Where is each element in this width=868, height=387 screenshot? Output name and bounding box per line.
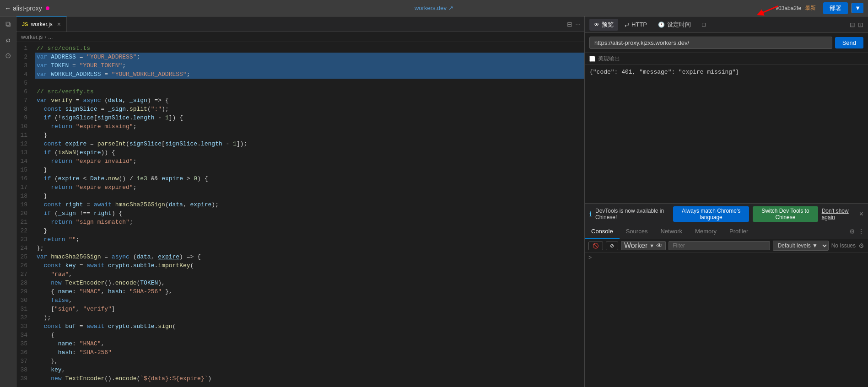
console-tab-network-label: Network bbox=[660, 228, 682, 235]
code-line-38: 38 key, bbox=[16, 366, 584, 374]
code-line-8: 8 const signSlice = _sign.split(":"); bbox=[16, 105, 584, 113]
code-line-1: 1 // src/const.ts bbox=[16, 44, 584, 53]
code-line-11: 11 } bbox=[16, 131, 584, 140]
code-line-10: 10 return "expire missing"; bbox=[16, 122, 584, 131]
code-line-32: 32 ); bbox=[16, 313, 584, 322]
external-link-icon: ↗ bbox=[448, 5, 453, 11]
breadcrumb-file: worker.js bbox=[21, 34, 43, 40]
tab-worker-js[interactable]: JS worker.js × bbox=[16, 16, 67, 32]
top-bar-right: v03aba2fe 最新 部署 ▼ bbox=[577, 2, 863, 14]
right-panel: 👁 预览 ⇄ HTTP 🕐 设定时间 □ ⊟ ⊡ Send bbox=[584, 16, 868, 387]
console-filter-button[interactable]: ⊘ bbox=[606, 242, 618, 250]
notification-close-button[interactable]: × bbox=[859, 210, 863, 218]
code-line-27: 27 "raw", bbox=[16, 270, 584, 279]
worker-dropdown-button[interactable]: ▼ bbox=[649, 243, 654, 248]
console-tab-memory[interactable]: Memory bbox=[689, 225, 723, 239]
issues-settings-button[interactable]: ⚙ bbox=[858, 242, 864, 249]
send-button[interactable]: Send bbox=[835, 37, 863, 48]
split-editor-button[interactable]: ⊟ bbox=[567, 21, 572, 28]
rp-toolbar: 👁 预览 ⇄ HTTP 🕐 设定时间 □ ⊟ ⊡ bbox=[585, 16, 868, 33]
more-actions-button[interactable]: ··· bbox=[575, 21, 581, 28]
deploy-button[interactable]: 部署 bbox=[823, 2, 848, 14]
code-line-31: 31 ["sign", "verify"] bbox=[16, 305, 584, 313]
console-tab-memory-label: Memory bbox=[695, 228, 717, 235]
worker-label: Worker bbox=[624, 242, 647, 250]
breadcrumb: worker.js › ... bbox=[16, 32, 584, 42]
rp-more-button[interactable]: ⊡ bbox=[858, 21, 863, 28]
console-tab-console-label: Console bbox=[591, 228, 613, 235]
tab-bar: JS worker.js × ⊟ ··· bbox=[16, 16, 584, 32]
code-line-34: 34 { bbox=[16, 331, 584, 339]
console-content: > bbox=[585, 253, 868, 387]
console-tab-sources-label: Sources bbox=[626, 228, 648, 235]
response-text: {"code": 401, "message": "expire missing… bbox=[589, 69, 863, 75]
code-line-5: 5 bbox=[16, 79, 584, 87]
preview-icon: 👁 bbox=[594, 22, 599, 28]
deploy-dropdown-button[interactable]: ▼ bbox=[852, 3, 863, 13]
code-line-17: 17 return "expire expired"; bbox=[16, 183, 584, 192]
js-file-icon: JS bbox=[22, 22, 28, 27]
http-icon: ⇄ bbox=[625, 22, 629, 28]
console-tab-network[interactable]: Network bbox=[654, 225, 689, 239]
code-line-7: 7 var verify = async (data, _sign) => { bbox=[16, 96, 584, 105]
pretty-print-checkbox[interactable] bbox=[589, 56, 595, 62]
worker-selector: Worker ▼ 👁 bbox=[621, 241, 666, 250]
url-bar-area: Send bbox=[585, 33, 868, 53]
rp-tab-extra[interactable]: □ bbox=[697, 19, 710, 30]
rp-split-button[interactable]: ⊟ bbox=[850, 21, 855, 28]
code-line-33: 33 const buf = await crypto.subtle.sign( bbox=[16, 322, 584, 331]
code-line-35: 35 name: "HMAC", bbox=[16, 339, 584, 348]
console-more-button[interactable]: ⋮ bbox=[858, 228, 864, 235]
match-language-button[interactable]: Always match Chrome's language bbox=[673, 206, 749, 222]
console-tab-console[interactable]: Console bbox=[585, 225, 620, 239]
sidebar-files-icon[interactable]: ⧉ bbox=[5, 20, 11, 28]
code-line-2: 2 var ADDRESS = "YOUR_ADDRESS"; bbox=[16, 53, 584, 61]
top-bar-left: ← alist-proxy bbox=[5, 5, 291, 12]
project-name: alist-proxy bbox=[13, 5, 42, 12]
sidebar-search-icon[interactable]: ⌕ bbox=[6, 36, 11, 44]
rp-tab-time[interactable]: 🕐 设定时间 bbox=[653, 19, 695, 31]
code-editor[interactable]: 1 // src/const.ts 2 var ADDRESS = "YOUR_… bbox=[16, 42, 584, 387]
console-tab-profiler[interactable]: Profiler bbox=[723, 225, 755, 239]
rp-tab-preview[interactable]: 👁 预览 bbox=[589, 19, 618, 31]
code-line-22: 22 } bbox=[16, 226, 584, 235]
code-line-16: 16 if (expire < Date.now() / 1e3 && expi… bbox=[16, 174, 584, 183]
console-toolbar: 🚫 ⊘ Worker ▼ 👁 Default levels ▼ No Issue… bbox=[585, 239, 868, 253]
top-bar: ← alist-proxy workers.dev ↗ v03aba2fe 最新… bbox=[0, 0, 868, 16]
filter-input[interactable] bbox=[669, 241, 770, 250]
sidebar-icons: ⧉ ⌕ ⊙ bbox=[0, 16, 16, 387]
top-bar-center: workers.dev ↗ bbox=[291, 5, 577, 11]
sidebar-extra-icon[interactable]: ⊙ bbox=[5, 51, 11, 60]
tab-close-button[interactable]: × bbox=[57, 21, 61, 28]
code-line-13: 13 if (isNaN(expire)) { bbox=[16, 148, 584, 157]
console-settings-button[interactable]: ⚙ bbox=[849, 228, 855, 235]
code-line-25: 25 var hmacSha256Sign = async (data, exp… bbox=[16, 253, 584, 261]
console-tab-sources[interactable]: Sources bbox=[620, 225, 654, 239]
workers-link-text: workers.dev bbox=[415, 5, 447, 11]
console-tab-profiler-label: Profiler bbox=[729, 228, 748, 235]
code-line-28: 28 new TextEncoder().encode(TOKEN), bbox=[16, 279, 584, 287]
back-button[interactable]: ← alist-proxy bbox=[5, 5, 42, 12]
code-line-4: 4 var WORKER_ADDRESS = "YOUR_WORKER_ADDR… bbox=[16, 70, 584, 79]
url-input[interactable] bbox=[589, 37, 832, 49]
pretty-print-row: 美观输出 bbox=[585, 53, 868, 65]
rp-tab-http-label: HTTP bbox=[631, 21, 647, 28]
worker-eye-button[interactable]: 👁 bbox=[656, 242, 663, 249]
code-line-14: 14 return "expire invalid"; bbox=[16, 157, 584, 166]
status-dot bbox=[46, 6, 49, 10]
version-latest-label: 最新 bbox=[805, 4, 816, 12]
editor-area: JS worker.js × ⊟ ··· worker.js › ... 1 /… bbox=[16, 16, 584, 387]
rp-toolbar-right: ⊟ ⊡ bbox=[850, 21, 863, 28]
switch-chinese-button[interactable]: Switch Dev Tools to Chinese bbox=[753, 206, 818, 222]
response-area: {"code": 401, "message": "expire missing… bbox=[585, 65, 868, 203]
code-line-20: 20 if (_sign !== right) { bbox=[16, 209, 584, 218]
code-line-18: 18 } bbox=[16, 192, 584, 200]
console-clear-button[interactable]: 🚫 bbox=[588, 242, 603, 250]
dismiss-link[interactable]: Don't show again bbox=[822, 208, 856, 220]
code-line-6: 6 // src/verify.ts bbox=[16, 87, 584, 96]
breadcrumb-path: ... bbox=[48, 34, 53, 40]
code-line-23: 23 return ""; bbox=[16, 235, 584, 244]
workers-link[interactable]: workers.dev ↗ bbox=[415, 5, 453, 11]
levels-dropdown[interactable]: Default levels ▼ bbox=[773, 241, 829, 251]
rp-tab-http[interactable]: ⇄ HTTP bbox=[620, 19, 652, 30]
